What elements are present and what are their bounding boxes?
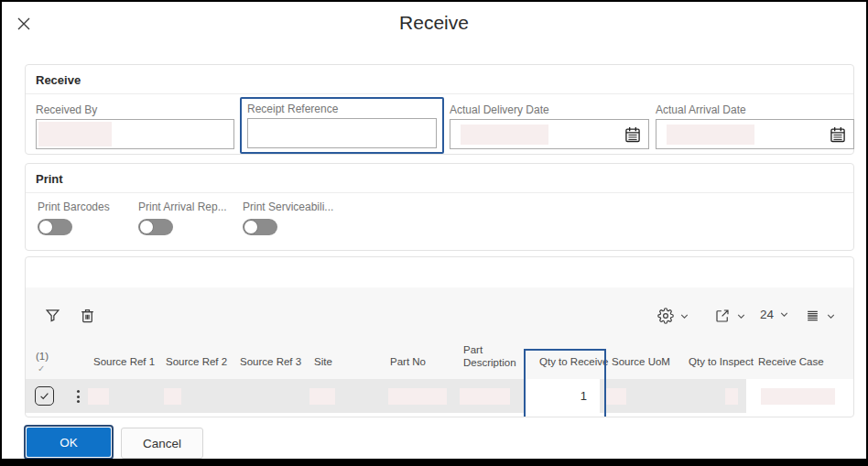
print-section-title: Print [36, 172, 63, 186]
actual-arrival-date-input[interactable] [656, 119, 854, 149]
column-header-site[interactable]: Site [314, 356, 332, 367]
redacted-value [461, 125, 548, 145]
export-button[interactable] [714, 308, 746, 324]
divider [26, 93, 853, 94]
actual-delivery-date-input[interactable] [450, 119, 649, 149]
redacted-cell-part-description [460, 388, 510, 405]
density-icon [805, 309, 820, 323]
receive-dialog: Receive Receive Received By Receipt Refe… [0, 0, 868, 466]
redacted-value [38, 122, 112, 146]
print-arrival-report-toggle-group: Print Arrival Rep... [138, 200, 227, 235]
ok-button[interactable]: OK [27, 428, 111, 457]
row-menu-button[interactable] [71, 387, 85, 406]
select-all-check-icon: ✓ [38, 363, 45, 374]
dialog-title: Receive [2, 12, 866, 34]
receive-lines-table: 24 (1) ✓ Source Ref 1 Source Ref 2 Sourc… [25, 256, 854, 417]
redacted-value [667, 125, 754, 145]
delete-icon [79, 307, 96, 324]
qty-to-receive-cell[interactable]: 1 [526, 379, 600, 413]
column-header-source-ref-2[interactable]: Source Ref 2 [166, 356, 227, 367]
calendar-picker-button[interactable] [624, 125, 644, 145]
actual-arrival-date-label: Actual Arrival Date [656, 103, 854, 116]
redacted-cell-part-no [388, 388, 447, 405]
redacted-cell-source-ref-1 [88, 388, 109, 405]
toggle-knob [244, 220, 258, 234]
redacted-cell-site [309, 388, 335, 405]
column-header-receive-case[interactable]: Receive Case [758, 356, 824, 367]
receipt-reference-field: Receipt Reference [240, 97, 444, 154]
receipt-reference-label: Receipt Reference [247, 103, 338, 115]
filter-button[interactable] [44, 307, 61, 324]
calendar-picker-button[interactable] [829, 125, 849, 145]
check-icon [38, 390, 50, 402]
receipt-reference-input[interactable] [247, 118, 437, 148]
delete-button[interactable] [79, 307, 96, 324]
page-size-selector[interactable]: 24 [760, 308, 789, 321]
column-header-part-description[interactable]: Part Description [463, 343, 527, 369]
receive-section: Receive Received By Receipt Reference Ac… [25, 64, 854, 155]
select-all-header[interactable]: (1) [36, 351, 49, 362]
table-row[interactable]: 1 [26, 379, 853, 413]
received-by-field: Received By [36, 103, 234, 149]
print-serviceability-toggle-group: Print Serviceabili... [243, 200, 333, 235]
actual-arrival-date-field: Actual Arrival Date [656, 103, 854, 149]
redacted-cell-source-ref-2 [164, 388, 181, 405]
page-size-value: 24 [760, 308, 774, 321]
column-header-source-ref-1[interactable]: Source Ref 1 [93, 356, 155, 367]
calendar-icon [829, 125, 849, 144]
chevron-down-icon [679, 311, 689, 321]
print-arrival-report-toggle[interactable] [138, 219, 173, 235]
calendar-icon [624, 125, 644, 144]
divider [26, 192, 853, 193]
column-header-part-no[interactable]: Part No [390, 356, 426, 367]
column-header-source-uom[interactable]: Source UoM [612, 356, 670, 367]
cancel-button[interactable]: Cancel [121, 428, 203, 459]
received-by-input[interactable] [36, 119, 234, 149]
actual-delivery-date-field: Actual Delivery Date [450, 103, 649, 149]
print-section: Print Print Barcodes Print Arrival Rep..… [25, 163, 854, 251]
column-header-source-ref-3[interactable]: Source Ref 3 [240, 356, 301, 367]
row-checkbox[interactable] [35, 386, 54, 406]
chevron-down-icon [826, 311, 836, 321]
print-serviceability-toggle[interactable] [243, 219, 277, 235]
column-header-qty-to-inspect[interactable]: Qty to Inspect [689, 356, 754, 367]
redacted-cell-qty-to-inspect [725, 388, 738, 405]
print-barcodes-toggle[interactable] [38, 219, 72, 235]
print-barcodes-toggle-group: Print Barcodes [38, 200, 110, 235]
row-density-button[interactable] [805, 309, 836, 323]
print-arrival-report-label: Print Arrival Rep... [138, 200, 227, 213]
filter-icon [44, 307, 61, 324]
print-barcodes-label: Print Barcodes [38, 200, 110, 213]
receive-section-title: Receive [36, 73, 81, 87]
export-icon [714, 308, 731, 324]
column-header-qty-to-receive[interactable]: Qty to Receive [539, 356, 608, 367]
toggle-knob [139, 220, 154, 234]
settings-icon [657, 308, 674, 324]
received-by-label: Received By [36, 103, 234, 116]
toggle-knob [38, 220, 53, 234]
chevron-down-icon [736, 311, 746, 321]
chevron-down-icon [779, 309, 789, 320]
ok-button-focus-ring: OK [24, 425, 114, 460]
receive-case-cell[interactable] [746, 379, 853, 413]
actual-delivery-date-label: Actual Delivery Date [450, 103, 649, 116]
table-settings-button[interactable] [657, 308, 689, 324]
redacted-value [761, 388, 835, 405]
redacted-cell-source-uom [605, 388, 626, 405]
print-serviceability-label: Print Serviceabili... [243, 200, 333, 213]
